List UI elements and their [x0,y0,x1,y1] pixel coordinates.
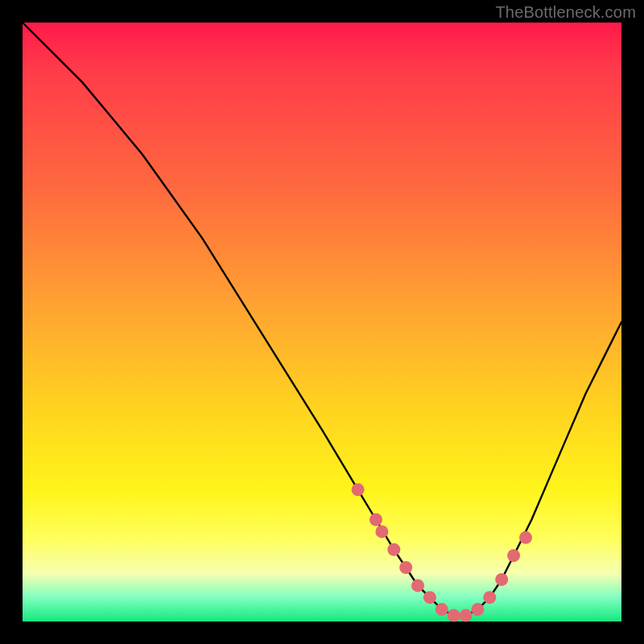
highlight-dot [369,514,382,526]
highlight-dot [448,609,460,622]
highlight-dot [411,579,424,592]
highlight-dot [352,483,365,496]
highlight-dot [495,573,508,586]
chart-svg [23,23,621,621]
chart-plot-area [23,23,621,621]
highlight-dot [387,543,400,556]
highlight-dot [460,609,473,622]
highlight-dot [507,549,520,562]
highlight-dot [519,531,532,544]
highlight-dot [436,603,448,616]
highlight-dot [375,525,388,538]
highlight-dot [399,561,412,574]
bottleneck-curve [23,23,621,616]
flat-zone-dots [352,483,532,621]
chart-outer-frame: TheBottleneck.com [0,0,644,644]
attribution-text: TheBottleneck.com [495,3,636,22]
highlight-dot [471,603,484,616]
highlight-dot [423,591,436,604]
highlight-dot [483,591,496,604]
